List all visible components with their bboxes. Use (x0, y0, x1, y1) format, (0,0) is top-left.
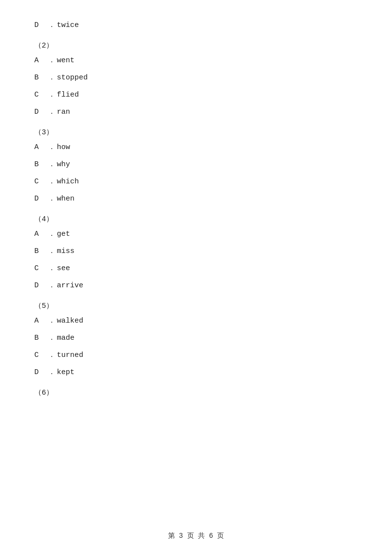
option-letter: C (34, 262, 48, 275)
option-dot: ． (48, 331, 57, 345)
question-number-4: （4） (34, 214, 363, 224)
option-text: miss (57, 245, 74, 258)
option-dot: ． (48, 175, 57, 188)
option-text: walked (57, 314, 83, 328)
option-4-d: D ． arrive (29, 279, 363, 292)
option-letter: A (34, 54, 48, 67)
option-letter: B (34, 71, 48, 84)
option-3-d: D ． when (29, 192, 363, 205)
option-4-c: C ． see (29, 262, 363, 275)
option-dot: ． (48, 245, 57, 258)
page-content: D ． twice （2） A ． went B ． stopped C ． f… (0, 0, 392, 430)
option-2-c: C ． flied (29, 88, 363, 101)
option-text: turned (57, 349, 83, 362)
question-number-2: （2） (34, 41, 363, 50)
option-text: went (57, 54, 74, 67)
option-letter: D (34, 105, 48, 119)
question-number-5: （5） (34, 301, 363, 310)
option-text: get (57, 227, 70, 241)
option-text: why (57, 158, 70, 171)
option-3-c: C ． which (29, 175, 363, 188)
option-d-twice: D ． twice (29, 19, 363, 32)
option-letter: A (34, 141, 48, 154)
option-letter: D (34, 19, 48, 32)
option-2-b: B ． stopped (29, 71, 363, 84)
option-letter: A (34, 314, 48, 328)
option-letter: D (34, 366, 48, 379)
page-footer: 第 3 页 共 6 页 (0, 531, 392, 540)
option-dot: ． (48, 158, 57, 171)
option-dot: ． (48, 192, 57, 205)
option-5-b: B ． made (29, 331, 363, 345)
question-number-3: （3） (34, 127, 363, 137)
option-dot: ． (48, 279, 57, 292)
option-text: how (57, 141, 70, 154)
option-letter: B (34, 245, 48, 258)
option-dot: ． (48, 141, 57, 154)
option-dot: ． (48, 349, 57, 362)
option-dot: ． (48, 262, 57, 275)
option-4-b: B ． miss (29, 245, 363, 258)
option-letter: C (34, 349, 48, 362)
footer-text: 第 3 页 共 6 页 (168, 532, 224, 540)
option-letter: B (34, 158, 48, 171)
option-dot: ． (48, 314, 57, 328)
option-dot: ． (48, 88, 57, 101)
option-5-a: A ． walked (29, 314, 363, 328)
option-text: see (57, 262, 70, 275)
option-dot: ． (48, 227, 57, 241)
option-text: flied (57, 88, 79, 101)
option-text: twice (57, 19, 79, 32)
option-4-a: A ． get (29, 227, 363, 241)
option-letter: A (34, 227, 48, 241)
option-dot: ． (48, 366, 57, 379)
question-number-6: （6） (34, 388, 363, 397)
option-dot: ． (48, 19, 57, 32)
option-text: when (57, 192, 74, 205)
option-3-b: B ． why (29, 158, 363, 171)
option-2-a: A ． went (29, 54, 363, 67)
option-text: made (57, 331, 74, 345)
option-text: ran (57, 105, 70, 119)
option-5-c: C ． turned (29, 349, 363, 362)
option-text: arrive (57, 279, 83, 292)
option-letter: C (34, 88, 48, 101)
option-dot: ． (48, 71, 57, 84)
option-letter: B (34, 331, 48, 345)
option-letter: D (34, 279, 48, 292)
option-dot: ． (48, 54, 57, 67)
option-5-d: D ． kept (29, 366, 363, 379)
option-text: kept (57, 366, 74, 379)
option-2-d: D ． ran (29, 105, 363, 119)
option-dot: ． (48, 105, 57, 119)
option-text: which (57, 175, 79, 188)
option-letter: D (34, 192, 48, 205)
option-text: stopped (57, 71, 88, 84)
option-letter: C (34, 175, 48, 188)
option-3-a: A ． how (29, 141, 363, 154)
